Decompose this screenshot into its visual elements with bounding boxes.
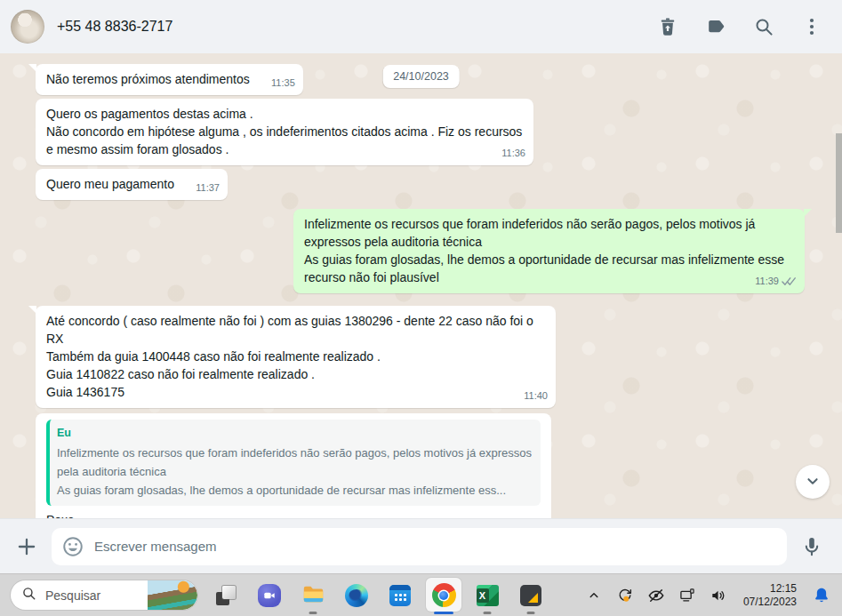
- hidden-icons-button[interactable]: [584, 586, 604, 605]
- search-button[interactable]: [753, 16, 774, 37]
- running-indicator: [527, 612, 535, 614]
- clock-date: 07/12/2023: [743, 596, 797, 609]
- plus-icon: [15, 535, 38, 558]
- quoted-message[interactable]: Eu Infelizmente os recursos que foram in…: [46, 420, 541, 506]
- task-view-icon: [215, 585, 237, 606]
- volume-icon: [710, 587, 727, 604]
- message-time: 11:35: [271, 74, 295, 92]
- menu-button[interactable]: [801, 16, 822, 37]
- quote-author: Eu: [57, 424, 532, 442]
- eye-off-icon: [647, 587, 665, 604]
- chat-icon: [258, 584, 281, 607]
- composer-bar: [0, 518, 842, 573]
- message-row: Infelizmente os recursos que foram indef…: [36, 209, 805, 293]
- display-icon: [678, 587, 696, 604]
- excel-icon: X: [477, 585, 499, 606]
- message-time: 11:36: [501, 144, 525, 162]
- message-row: Quero os pagamentos destas acima . Não c…: [36, 99, 805, 165]
- chevron-down-icon: [803, 471, 822, 493]
- taskbar-task-view-button[interactable]: [206, 575, 245, 616]
- message-row: Até concordo ( caso realmente não foi ) …: [36, 306, 805, 408]
- message-bubble[interactable]: Quero os pagamentos destas acima . Não c…: [36, 99, 533, 165]
- message-time: 11:37: [196, 179, 220, 196]
- menu-icon: [801, 16, 822, 37]
- message-bubble[interactable]: Eu Infelizmente os recursos que foram in…: [36, 413, 551, 518]
- taskbar-apps: X: [206, 575, 550, 616]
- sticky-notes-icon: [520, 585, 541, 606]
- notifications-button[interactable]: [812, 586, 831, 605]
- attach-button[interactable]: [9, 529, 44, 564]
- quote-text: Infelizmente os recursos que foram indef…: [57, 444, 532, 500]
- message-meta: 11:37: [196, 179, 220, 196]
- scrollbar-thumb[interactable]: [836, 133, 842, 233]
- message-row: Eu Infelizmente os recursos que foram in…: [36, 413, 805, 518]
- message-row: Quero meu pagamento 11:37: [36, 169, 805, 200]
- message-bubble[interactable]: Até concordo ( caso realmente não foi ) …: [36, 306, 556, 408]
- taskbar-calendar-button[interactable]: [381, 575, 420, 616]
- message-time: 11:40: [524, 387, 548, 404]
- calendar-icon: [389, 585, 411, 606]
- scroll-to-bottom-button[interactable]: [796, 465, 830, 499]
- display-tray-button[interactable]: [678, 586, 697, 605]
- message-text: Até concordo ( caso realmente não foi ) …: [46, 312, 545, 401]
- delete-icon: [657, 16, 678, 37]
- taskbar-clock[interactable]: 12:15 07/12/2023: [740, 582, 800, 609]
- taskbar-search[interactable]: [11, 580, 197, 610]
- running-indicator: [484, 612, 492, 614]
- message-bubble[interactable]: Quero meu pagamento 11:37: [36, 169, 228, 200]
- message-text: Poxa Isso é fazer papel de bobo perante …: [46, 511, 541, 518]
- bell-icon: [812, 586, 831, 605]
- search-icon: [21, 586, 36, 604]
- taskbar-excel-button[interactable]: X: [468, 575, 507, 616]
- contact-name[interactable]: +55 48 8836-2717: [57, 19, 172, 35]
- message-meta: 11:36: [501, 144, 525, 162]
- system-tray: 12:15 07/12/2023: [584, 582, 835, 609]
- active-indicator: [434, 612, 453, 614]
- windows-taskbar: X: [0, 573, 842, 616]
- sync-tray-button[interactable]: [615, 586, 635, 605]
- message-meta: 11:39: [755, 272, 797, 290]
- running-indicator: [309, 612, 317, 614]
- emoji-button[interactable]: [62, 536, 84, 557]
- message-text: Não teremos próximos atendimentos: [46, 70, 250, 88]
- delete-button[interactable]: [657, 16, 678, 37]
- emoji-icon: [61, 535, 84, 558]
- taskbar-file-explorer-button[interactable]: [293, 575, 333, 616]
- message-time: 11:39: [755, 272, 779, 290]
- chat-area: 24/10/2023 Não teremos próximos atendime…: [0, 53, 842, 518]
- clock-time: 12:15: [743, 582, 797, 596]
- message-bubble[interactable]: Não teremos próximos atendimentos 11:35: [36, 64, 303, 95]
- eye-off-tray-button[interactable]: [646, 586, 666, 605]
- message-meta: 11:40: [524, 387, 548, 404]
- taskbar-edge-button[interactable]: [337, 575, 376, 616]
- mic-icon: [800, 535, 823, 558]
- chevron-up-icon: [586, 588, 602, 604]
- search-highlight-image[interactable]: [148, 580, 197, 610]
- taskbar-chat-button[interactable]: [250, 575, 289, 616]
- file-explorer-icon: [301, 582, 325, 609]
- whatsapp-desktop-window: +55 48 8836-2717: [0, 0, 842, 616]
- label-button[interactable]: [705, 16, 726, 37]
- message-text: Infelizmente os recursos que foram indef…: [304, 215, 794, 286]
- message-meta: 11:35: [271, 74, 295, 92]
- taskbar-search-input[interactable]: [44, 588, 129, 604]
- message-text: Quero meu pagamento: [46, 175, 174, 193]
- message-input[interactable]: [92, 538, 776, 555]
- header-actions: [657, 16, 822, 37]
- edge-icon: [345, 584, 368, 607]
- search-icon: [753, 16, 774, 37]
- message-bubble[interactable]: Infelizmente os recursos que foram indef…: [293, 209, 805, 293]
- message-input-container: [52, 528, 787, 565]
- taskbar-sticky-notes-button[interactable]: [511, 575, 550, 616]
- sync-icon: [616, 587, 634, 604]
- contact-avatar[interactable]: [11, 10, 44, 44]
- volume-tray-button[interactable]: [709, 586, 728, 605]
- label-icon: [705, 16, 726, 37]
- double-check-icon: [782, 276, 797, 286]
- taskbar-chrome-button[interactable]: [424, 575, 463, 616]
- chrome-icon: [432, 583, 456, 607]
- voice-message-button[interactable]: [794, 529, 830, 564]
- chat-header: +55 48 8836-2717: [0, 0, 842, 53]
- message-row: Não teremos próximos atendimentos 11:35: [36, 64, 805, 95]
- message-list: Não teremos próximos atendimentos 11:35 …: [36, 64, 805, 518]
